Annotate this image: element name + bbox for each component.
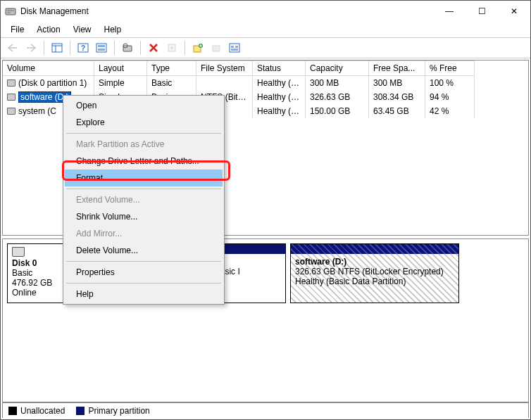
ctx-format[interactable]: Format... [65,170,223,186]
svg-rect-10 [98,49,105,51]
delete-button[interactable] [146,40,161,56]
svg-rect-3 [52,44,62,52]
toolbar-separator [185,41,185,55]
ctx-help[interactable]: Help [65,286,223,303]
col-status[interactable]: Status [253,61,306,76]
rescan-button[interactable] [120,40,135,56]
ctx-extend: Extend Volume... [65,191,223,208]
new-volume-button[interactable] [190,40,206,56]
attach-vhd-button[interactable] [208,40,224,56]
menubar: File Action View Help [1,22,530,37]
volume-icon [7,94,15,101]
ctx-separator [66,189,221,189]
disk-icon [12,247,25,257]
back-button[interactable] [5,40,20,56]
partition-band [291,244,458,254]
svg-rect-19 [231,46,234,48]
ctx-explore[interactable]: Explore [65,114,223,131]
svg-rect-9 [98,45,105,47]
ctx-add-mirror: Add Mirror... [65,225,223,242]
ctx-separator [66,261,221,262]
volume-row[interactable]: (Disk 0 partition 1) Simple Basic Health… [3,76,528,90]
legend: Unallocated Primary partition [2,402,529,418]
partition[interactable]: software (D:) 326.63 GB NTFS (BitLocker … [290,243,459,303]
context-menu: Open Explore Mark Partition as Active Ch… [63,95,225,305]
disk-name: Disk 0 [12,258,69,268]
legend-unallocated: Unallocated [8,406,65,416]
svg-rect-2 [7,12,11,13]
svg-rect-1 [7,10,14,11]
ctx-delete[interactable]: Delete Volume... [65,242,223,259]
window-controls: — ☐ ✕ [433,1,530,22]
volume-icon [7,79,15,87]
toolbar: ? [1,37,530,58]
svg-rect-8 [96,44,106,52]
volume-icon [7,108,15,115]
disk-state: Online [12,288,69,298]
close-button[interactable]: ✕ [498,1,530,22]
menu-file[interactable]: File [5,23,30,36]
col-capacity[interactable]: Capacity [306,61,369,76]
svg-text:?: ? [81,44,85,52]
maximize-button[interactable]: ☐ [466,1,498,22]
help-button[interactable]: ? [75,40,91,56]
toolbar-separator [114,41,115,55]
col-layout[interactable]: Layout [94,61,147,76]
detach-vhd-button[interactable] [227,40,242,56]
col-type[interactable]: Type [147,61,196,76]
col-volume[interactable]: Volume [3,61,94,76]
disk-type: Basic [12,268,69,278]
show-hide-button[interactable] [49,40,65,56]
menu-view[interactable]: View [68,23,97,36]
properties-button[interactable] [164,40,180,56]
svg-point-14 [171,47,173,49]
ctx-separator [66,283,221,284]
ctx-separator [66,133,221,134]
toolbar-separator [70,41,70,55]
ctx-change-letter[interactable]: Change Drive Letter and Paths... [65,153,223,170]
titlebar: Disk Management — ☐ ✕ [1,1,530,22]
toolbar-separator [44,41,44,55]
toolbar-separator [140,41,141,55]
svg-rect-17 [213,46,220,51]
forward-button[interactable] [23,40,39,56]
refresh-button[interactable] [94,40,109,56]
col-pctfree[interactable]: % Free [425,61,475,76]
col-freespace[interactable]: Free Spa... [369,61,425,76]
window-title: Disk Management [20,6,433,16]
app-icon [5,6,16,17]
menu-action[interactable]: Action [31,23,65,36]
ctx-mark-active: Mark Partition as Active [65,136,223,153]
menu-help[interactable]: Help [99,23,127,36]
svg-rect-0 [6,8,15,15]
disk-size: 476.92 GB [12,278,69,288]
ctx-shrink[interactable]: Shrink Volume... [65,208,223,225]
partition-info: software (D:) 326.63 GB NTFS (BitLocker … [291,254,458,303]
ctx-properties[interactable]: Properties [65,264,223,281]
svg-rect-20 [235,46,238,48]
legend-primary: Primary partition [76,406,149,416]
svg-rect-21 [231,49,238,51]
volume-list-header: Volume Layout Type File System Status Ca… [3,61,528,76]
ctx-open[interactable]: Open [65,97,223,114]
col-filesystem[interactable]: File System [196,61,253,76]
minimize-button[interactable]: — [433,1,466,22]
